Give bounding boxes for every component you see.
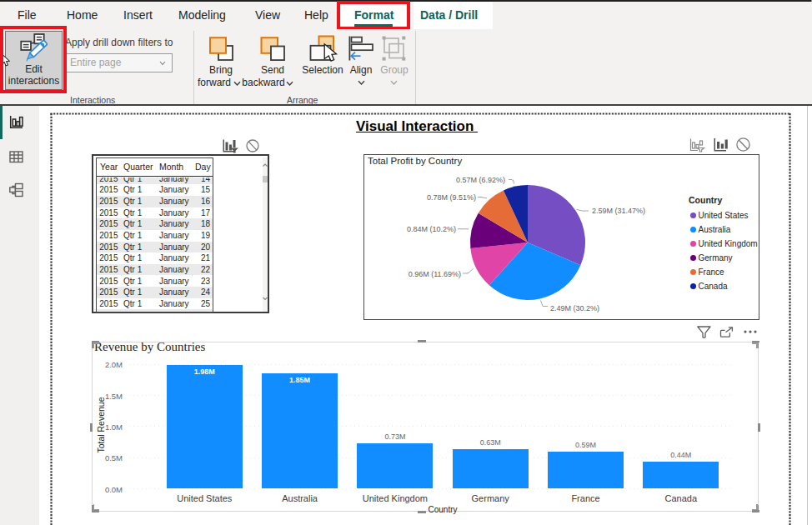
svg-text:0.84M (10.2%): 0.84M (10.2%) (407, 225, 456, 233)
svg-text:0.96M (11.69%): 0.96M (11.69%) (409, 270, 461, 278)
svg-text:2.49M (30.2%): 2.49M (30.2%) (550, 304, 599, 312)
svg-text:Germany: Germany (699, 253, 733, 262)
svg-text:Canada: Canada (699, 282, 728, 291)
svg-text:United Kingdom: United Kingdom (699, 239, 758, 248)
svg-text:Australia: Australia (699, 225, 731, 234)
svg-text:Country: Country (689, 195, 722, 205)
svg-text:2.59M (31.47%): 2.59M (31.47%) (592, 207, 645, 215)
svg-text:United States: United States (699, 211, 749, 220)
svg-text:0.57M (6.92%): 0.57M (6.92%) (456, 176, 505, 184)
svg-text:France: France (699, 268, 725, 277)
svg-text:0.78M (9.51%): 0.78M (9.51%) (427, 193, 476, 202)
